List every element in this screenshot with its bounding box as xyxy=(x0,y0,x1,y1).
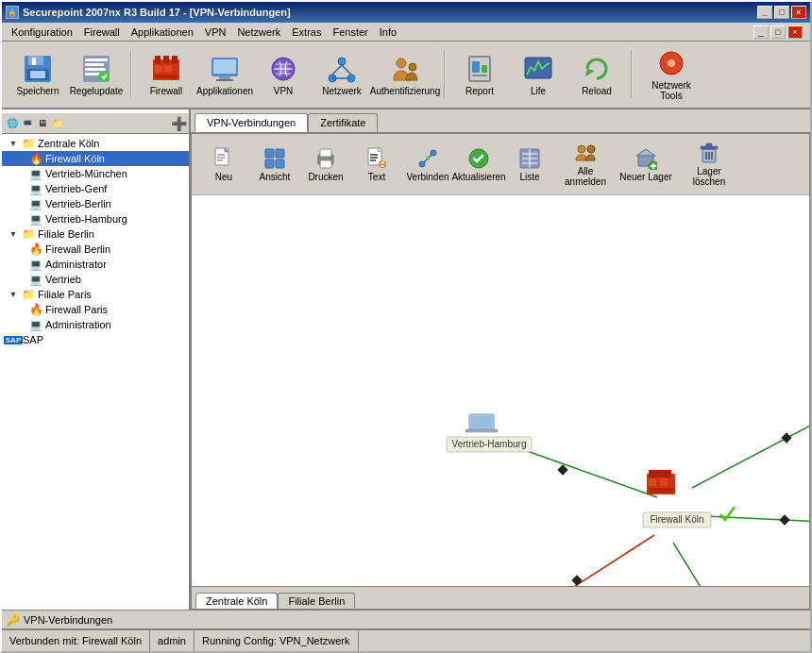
lager-loeschen-button[interactable]: Lager löschen xyxy=(677,138,741,191)
tree-item-filiale-paris[interactable]: ▼ 📁 Filiale Paris xyxy=(2,287,189,302)
label-administration: Administration xyxy=(45,319,111,330)
svg-line-30 xyxy=(342,65,351,75)
menu-info[interactable]: Info xyxy=(374,25,402,40)
close-button[interactable]: × xyxy=(791,6,806,19)
menu-extras[interactable]: Extras xyxy=(286,25,327,40)
minimize-button[interactable]: _ xyxy=(757,6,772,19)
aktualisieren-button[interactable]: Aktualisieren xyxy=(454,143,503,186)
menu-konfiguration[interactable]: Konfiguration xyxy=(6,25,78,40)
tree-item-firewall-berlin[interactable]: 🔥 Firewall Berlin xyxy=(2,242,189,257)
sec-folder-icon[interactable]: 📁 xyxy=(51,117,64,130)
firewall-toolbar-icon xyxy=(151,54,181,84)
menu-applikationen[interactable]: Applikationen xyxy=(126,25,199,40)
toggle-zentrale-koeln[interactable]: ▼ xyxy=(6,139,21,148)
titlebar-left: 🔒 Securepoint 2007nx R3 Build 17 - [VPN-… xyxy=(6,6,291,19)
menubar: Konfiguration Firewall Applikationen VPN… xyxy=(2,23,810,42)
firewall-button[interactable]: Firewall xyxy=(138,46,195,103)
tree-item-firewall-koeln[interactable]: 🔥 Firewall Köln xyxy=(2,151,189,166)
alle-anmelden-icon xyxy=(574,142,597,164)
report-label: Report xyxy=(465,86,494,96)
regelupdate-button[interactable]: Regelupdate xyxy=(68,46,125,103)
tab-vpn-verbindungen[interactable]: VPN-Verbindungen xyxy=(195,113,308,132)
apps-button[interactable]: Applikationen xyxy=(196,46,253,103)
folder-zentrale-icon: 📁 xyxy=(21,137,36,150)
tree-item-administrator[interactable]: 💻 Administrator xyxy=(2,257,189,272)
svg-rect-14 xyxy=(172,56,178,63)
pc-administration-icon: 💻 xyxy=(28,318,43,331)
status-verbunden: Verbunden mit: Firewall Köln xyxy=(2,630,150,651)
svg-rect-51 xyxy=(320,149,331,157)
tree-item-sap[interactable]: SAP SAP xyxy=(2,332,189,347)
tree-item-vertrieb-muenchen[interactable]: 💻 Vertrieb-München xyxy=(2,166,189,181)
label-firewall-paris: Firewall Paris xyxy=(45,304,108,315)
neuer-lager-button[interactable]: Neuer Lager xyxy=(617,143,675,186)
auth-button[interactable]: Authentifizierung xyxy=(372,46,438,103)
titlebar-controls[interactable]: _ □ × xyxy=(757,6,806,19)
reload-button[interactable]: Reload xyxy=(568,46,625,103)
tree-item-filiale-berlin[interactable]: ▼ 📁 Filiale Berlin xyxy=(2,226,189,242)
status-user: admin xyxy=(150,630,195,651)
close-inner-button[interactable]: × xyxy=(787,25,803,39)
svg-rect-36 xyxy=(472,61,480,73)
toggle-filiale-paris[interactable]: ▼ xyxy=(6,290,21,299)
main-area: 🌐 💻 🖥 📁 ➕ ▼ 📁 Zentrale Köln 🔥 Firewall K… xyxy=(2,109,810,610)
nettools-button[interactable]: Netzwerk Tools xyxy=(638,46,704,103)
neuer-lager-icon xyxy=(634,147,657,170)
aktualisieren-icon xyxy=(467,147,490,170)
svg-rect-114 xyxy=(465,429,498,432)
save-button[interactable]: Speichern xyxy=(9,46,66,103)
toggle-filiale-berlin[interactable]: ▼ xyxy=(6,229,21,239)
restore-inner-button[interactable]: □ xyxy=(770,25,786,39)
vpn-button[interactable]: VPN xyxy=(255,46,312,103)
svg-rect-113 xyxy=(471,416,492,427)
tree-item-vertrieb[interactable]: 💻 Vertrieb xyxy=(2,272,189,287)
tree-item-vertrieb-berlin[interactable]: 💻 Vertrieb-Berlin xyxy=(2,196,189,211)
sec-monitor-icon[interactable]: 🖥 xyxy=(36,117,49,130)
tabs: VPN-Verbindungen Zertifikate xyxy=(191,109,810,132)
bottom-tab-filiale-berlin[interactable]: Filiale Berlin xyxy=(278,593,355,609)
svg-rect-47 xyxy=(276,149,284,158)
text-button[interactable]: Text xyxy=(352,143,401,186)
verbinden-button[interactable]: Verbinden xyxy=(403,143,452,186)
firewall-koeln-icon: 🔥 xyxy=(28,152,43,165)
menu-firewall[interactable]: Firewall xyxy=(78,25,126,40)
sec-pc-icon[interactable]: 💻 xyxy=(21,117,34,130)
ansicht-icon xyxy=(263,147,286,170)
tree-item-firewall-paris[interactable]: 🔥 Firewall Paris xyxy=(2,302,189,317)
svg-rect-95 xyxy=(649,470,656,477)
life-button[interactable]: Life xyxy=(510,46,567,103)
menu-netzwerk[interactable]: Netzwerk xyxy=(231,25,286,40)
liste-button[interactable]: Liste xyxy=(505,143,554,186)
pc-muenchen-icon: 💻 xyxy=(28,167,43,180)
sec-network-icon[interactable]: 🌐 xyxy=(6,117,19,130)
network-button[interactable]: Netzwerk xyxy=(313,46,370,103)
svg-rect-7 xyxy=(85,63,104,66)
svg-point-33 xyxy=(409,63,416,71)
label-vertrieb-genf: Vertrieb-Genf xyxy=(45,183,107,194)
maximize-button[interactable]: □ xyxy=(774,6,789,19)
firewall-label: Firewall xyxy=(150,86,182,96)
menu-fenster[interactable]: Fenster xyxy=(327,25,373,40)
report-button[interactable]: Report xyxy=(451,46,508,103)
sec-add-icon[interactable]: ➕ xyxy=(172,117,185,130)
svg-point-71 xyxy=(587,145,595,153)
tree-item-vertrieb-hamburg[interactable]: 💻 Vertrieb-Hamburg xyxy=(2,211,189,226)
svg-rect-91 xyxy=(571,575,582,585)
tree-item-zentrale-koeln[interactable]: ▼ 📁 Zentrale Köln xyxy=(2,136,189,151)
life-label: Life xyxy=(531,86,546,96)
drucken-button[interactable]: Drucken xyxy=(301,143,350,186)
folder-filiale-paris-icon: 📁 xyxy=(21,288,36,301)
bottom-tabs: Zentrale Köln Filiale Berlin xyxy=(192,586,809,609)
network-canvas[interactable]: Firewall Köln Firewall Berlin xyxy=(192,195,809,586)
tree-item-administration[interactable]: 💻 Administration xyxy=(2,317,189,332)
minimize-inner-button[interactable]: _ xyxy=(753,25,769,39)
tree-item-vertrieb-genf[interactable]: 💻 Vertrieb-Genf xyxy=(2,181,189,196)
tab-zertifikate[interactable]: Zertifikate xyxy=(308,113,378,132)
menu-vpn[interactable]: VPN xyxy=(199,25,232,40)
alle-anmelden-button[interactable]: Alle anmelden xyxy=(556,138,615,191)
firewall-berlin-icon: 🔥 xyxy=(28,243,43,256)
bottom-tab-zentrale-koeln[interactable]: Zentrale Köln xyxy=(195,593,278,609)
neu-button[interactable]: Neu xyxy=(199,143,248,186)
svg-rect-89 xyxy=(779,514,789,525)
ansicht-button[interactable]: Ansicht xyxy=(250,143,299,186)
